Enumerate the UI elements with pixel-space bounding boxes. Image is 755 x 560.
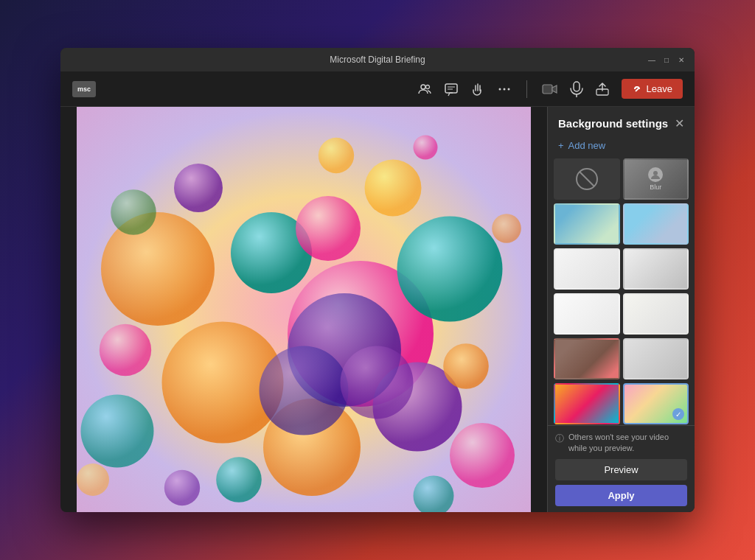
svg-point-33 <box>260 346 349 435</box>
video-area <box>60 107 547 512</box>
svg-point-25 <box>365 160 422 217</box>
main-content: Background settings ✕ + Add new <box>60 107 695 512</box>
svg-point-21 <box>296 196 361 261</box>
svg-point-18 <box>101 212 215 326</box>
svg-rect-9 <box>574 82 580 91</box>
backgrounds-grid: Blur ✓ <box>548 158 695 425</box>
svg-point-27 <box>100 324 151 376</box>
background-room2[interactable] <box>623 203 689 245</box>
svg-point-34 <box>341 346 414 419</box>
chat-icon[interactable] <box>444 82 459 97</box>
background-room8[interactable] <box>623 338 689 379</box>
more-icon[interactable] <box>497 82 512 97</box>
svg-point-1 <box>425 85 429 88</box>
svg-point-7 <box>507 88 509 90</box>
main-window: Microsoft Digital Briefing — □ ✕ msc <box>60 48 695 512</box>
leave-button[interactable]: Leave <box>622 79 683 99</box>
svg-point-41 <box>653 171 658 175</box>
share-icon[interactable] <box>595 82 610 97</box>
mic-icon[interactable] <box>570 81 583 97</box>
svg-rect-2 <box>445 84 457 93</box>
svg-point-35 <box>492 214 521 243</box>
toolbar-icons: Leave <box>417 79 683 99</box>
add-new-icon: + <box>558 140 564 151</box>
svg-point-30 <box>319 138 354 173</box>
background-balls2[interactable]: ✓ <box>623 383 689 424</box>
panel-close-button[interactable]: ✕ <box>675 118 684 130</box>
background-room4[interactable] <box>623 248 689 290</box>
minimize-button[interactable]: — <box>647 55 656 64</box>
add-new-button[interactable]: + Add new <box>548 136 695 158</box>
svg-point-37 <box>414 136 438 160</box>
hand-icon[interactable] <box>470 82 485 97</box>
svg-point-5 <box>498 88 501 90</box>
blur-label: Blur <box>650 183 661 191</box>
background-balls1[interactable] <box>554 383 620 424</box>
svg-point-28 <box>216 457 262 503</box>
svg-point-0 <box>421 85 425 89</box>
window-controls: — □ ✕ <box>647 55 686 64</box>
add-new-label: Add new <box>568 140 606 151</box>
svg-point-6 <box>503 88 505 90</box>
sidebar-footer: ⓘ Others won't see your video while you … <box>548 425 695 512</box>
sidebar-header: Background settings ✕ <box>548 107 695 136</box>
apply-button[interactable]: Apply <box>555 485 687 506</box>
svg-point-16 <box>397 217 503 322</box>
maximize-button[interactable]: □ <box>662 55 671 64</box>
background-room1[interactable] <box>554 203 620 245</box>
svg-line-40 <box>580 172 594 186</box>
background-room6[interactable] <box>623 293 689 335</box>
background-none[interactable] <box>554 158 620 200</box>
svg-point-22 <box>81 395 154 468</box>
background-settings-panel: Background settings ✕ + Add new <box>547 107 695 512</box>
background-room3[interactable] <box>554 248 620 290</box>
preview-notice-text: Others won't see your video while you pr… <box>568 432 687 453</box>
svg-point-36 <box>77 463 109 496</box>
preview-button[interactable]: Preview <box>555 459 687 480</box>
preview-notice: ⓘ Others won't see your video while you … <box>555 432 687 453</box>
svg-point-23 <box>450 423 515 488</box>
svg-point-26 <box>443 343 489 389</box>
svg-point-24 <box>174 164 223 212</box>
selected-checkmark: ✓ <box>672 408 684 420</box>
svg-point-38 <box>164 470 200 505</box>
close-button[interactable]: ✕ <box>677 55 686 64</box>
background-room5[interactable] <box>554 293 620 335</box>
background-room7[interactable] <box>554 338 620 379</box>
svg-point-31 <box>111 189 156 235</box>
toolbar-divider <box>526 80 527 98</box>
svg-rect-8 <box>543 85 552 94</box>
video-background <box>60 107 547 512</box>
background-blur[interactable]: Blur <box>623 158 689 200</box>
app-logo: msc <box>72 81 96 97</box>
video-toggle-icon[interactable] <box>542 83 558 96</box>
people-icon[interactable] <box>417 82 432 97</box>
title-bar: Microsoft Digital Briefing — □ ✕ <box>60 48 695 71</box>
leave-label: Leave <box>647 83 672 94</box>
panel-title: Background settings <box>558 117 668 130</box>
window-title: Microsoft Digital Briefing <box>330 55 425 65</box>
toolbar: msc <box>60 71 695 107</box>
info-icon: ⓘ <box>555 433 564 445</box>
